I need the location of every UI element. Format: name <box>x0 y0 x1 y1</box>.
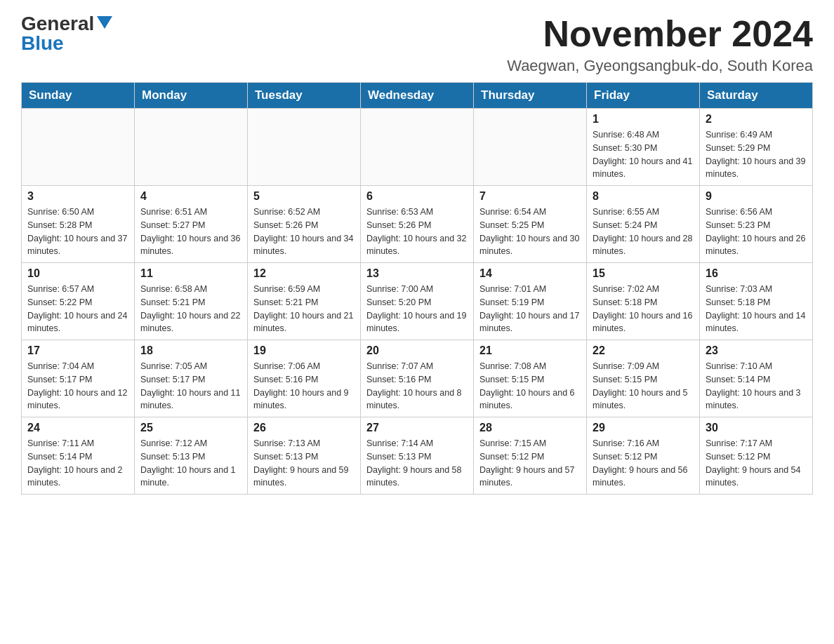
day-info: Sunrise: 7:14 AMSunset: 5:13 PMDaylight:… <box>366 437 468 490</box>
calendar-cell: 3Sunrise: 6:50 AMSunset: 5:28 PMDaylight… <box>22 186 135 263</box>
day-info: Sunrise: 7:17 AMSunset: 5:12 PMDaylight:… <box>706 437 807 490</box>
day-info: Sunrise: 7:15 AMSunset: 5:12 PMDaylight:… <box>479 437 581 490</box>
calendar-cell: 18Sunrise: 7:05 AMSunset: 5:17 PMDayligh… <box>135 340 248 417</box>
day-info: Sunrise: 6:51 AMSunset: 5:27 PMDaylight:… <box>140 206 241 258</box>
day-number: 25 <box>140 422 241 434</box>
month-year-title: November 2024 <box>507 14 813 54</box>
day-number: 6 <box>366 190 468 203</box>
calendar-cell: 28Sunrise: 7:15 AMSunset: 5:12 PMDayligh… <box>474 417 587 495</box>
day-info: Sunrise: 7:16 AMSunset: 5:12 PMDaylight:… <box>593 437 694 490</box>
day-number: 20 <box>366 344 468 357</box>
calendar-cell <box>135 109 248 186</box>
day-number: 17 <box>27 344 128 357</box>
day-number: 3 <box>27 190 128 203</box>
day-info: Sunrise: 6:59 AMSunset: 5:21 PMDaylight:… <box>253 283 355 335</box>
day-number: 19 <box>253 344 355 357</box>
day-info: Sunrise: 7:12 AMSunset: 5:13 PMDaylight:… <box>140 437 241 490</box>
calendar-cell: 12Sunrise: 6:59 AMSunset: 5:21 PMDayligh… <box>248 263 361 340</box>
week-row-4: 17Sunrise: 7:04 AMSunset: 5:17 PMDayligh… <box>22 340 813 417</box>
day-number: 9 <box>706 190 807 203</box>
weekday-header-row: SundayMondayTuesdayWednesdayThursdayFrid… <box>22 83 813 109</box>
calendar-cell: 20Sunrise: 7:07 AMSunset: 5:16 PMDayligh… <box>361 340 474 417</box>
calendar-cell <box>248 109 361 186</box>
day-info: Sunrise: 7:02 AMSunset: 5:18 PMDaylight:… <box>593 283 694 335</box>
day-info: Sunrise: 6:58 AMSunset: 5:21 PMDaylight:… <box>140 283 241 335</box>
logo-general-text: General <box>21 14 94 34</box>
logo-arrow-icon <box>97 16 112 32</box>
day-info: Sunrise: 7:11 AMSunset: 5:14 PMDaylight:… <box>27 437 128 490</box>
svg-marker-0 <box>97 16 112 29</box>
calendar-cell: 4Sunrise: 6:51 AMSunset: 5:27 PMDaylight… <box>135 186 248 263</box>
calendar-cell: 19Sunrise: 7:06 AMSunset: 5:16 PMDayligh… <box>248 340 361 417</box>
day-number: 18 <box>140 344 241 357</box>
day-number: 28 <box>479 422 581 434</box>
weekday-header-monday: Monday <box>135 83 248 109</box>
calendar-cell: 8Sunrise: 6:55 AMSunset: 5:24 PMDaylight… <box>587 186 700 263</box>
day-number: 29 <box>593 422 694 434</box>
calendar-cell: 26Sunrise: 7:13 AMSunset: 5:13 PMDayligh… <box>248 417 361 495</box>
day-number: 22 <box>593 344 694 357</box>
calendar-cell: 24Sunrise: 7:11 AMSunset: 5:14 PMDayligh… <box>22 417 135 495</box>
day-number: 30 <box>706 422 807 434</box>
calendar-cell: 21Sunrise: 7:08 AMSunset: 5:15 PMDayligh… <box>474 340 587 417</box>
day-number: 15 <box>593 267 694 280</box>
day-info: Sunrise: 7:01 AMSunset: 5:19 PMDaylight:… <box>479 283 581 335</box>
day-info: Sunrise: 7:06 AMSunset: 5:16 PMDaylight:… <box>253 360 355 412</box>
calendar-cell <box>361 109 474 186</box>
day-info: Sunrise: 6:54 AMSunset: 5:25 PMDaylight:… <box>479 206 581 258</box>
weekday-header-friday: Friday <box>587 83 700 109</box>
calendar-cell: 2Sunrise: 6:49 AMSunset: 5:29 PMDaylight… <box>700 109 813 186</box>
day-info: Sunrise: 7:03 AMSunset: 5:18 PMDaylight:… <box>706 283 807 335</box>
weekday-header-tuesday: Tuesday <box>248 83 361 109</box>
day-info: Sunrise: 6:50 AMSunset: 5:28 PMDaylight:… <box>27 206 128 258</box>
day-number: 4 <box>140 190 241 203</box>
weekday-header-sunday: Sunday <box>22 83 135 109</box>
calendar-cell: 16Sunrise: 7:03 AMSunset: 5:18 PMDayligh… <box>700 263 813 340</box>
day-number: 23 <box>706 344 807 357</box>
calendar-cell: 13Sunrise: 7:00 AMSunset: 5:20 PMDayligh… <box>361 263 474 340</box>
day-info: Sunrise: 6:49 AMSunset: 5:29 PMDaylight:… <box>706 128 807 181</box>
day-info: Sunrise: 7:07 AMSunset: 5:16 PMDaylight:… <box>366 360 468 412</box>
calendar-cell: 30Sunrise: 7:17 AMSunset: 5:12 PMDayligh… <box>700 417 813 495</box>
calendar-cell: 1Sunrise: 6:48 AMSunset: 5:30 PMDaylight… <box>587 109 700 186</box>
day-info: Sunrise: 7:04 AMSunset: 5:17 PMDaylight:… <box>27 360 128 412</box>
week-row-1: 1Sunrise: 6:48 AMSunset: 5:30 PMDaylight… <box>22 109 813 186</box>
day-number: 11 <box>140 267 241 280</box>
calendar-cell: 23Sunrise: 7:10 AMSunset: 5:14 PMDayligh… <box>700 340 813 417</box>
day-info: Sunrise: 6:48 AMSunset: 5:30 PMDaylight:… <box>593 128 694 181</box>
day-number: 8 <box>593 190 694 203</box>
day-number: 7 <box>479 190 581 203</box>
day-info: Sunrise: 7:00 AMSunset: 5:20 PMDaylight:… <box>366 283 468 335</box>
day-info: Sunrise: 6:52 AMSunset: 5:26 PMDaylight:… <box>253 206 355 258</box>
calendar-cell <box>22 109 135 186</box>
calendar-cell: 15Sunrise: 7:02 AMSunset: 5:18 PMDayligh… <box>587 263 700 340</box>
calendar-cell: 5Sunrise: 6:52 AMSunset: 5:26 PMDaylight… <box>248 186 361 263</box>
day-info: Sunrise: 6:55 AMSunset: 5:24 PMDaylight:… <box>593 206 694 258</box>
day-number: 21 <box>479 344 581 357</box>
day-info: Sunrise: 7:10 AMSunset: 5:14 PMDaylight:… <box>706 360 807 412</box>
day-info: Sunrise: 7:09 AMSunset: 5:15 PMDaylight:… <box>593 360 694 412</box>
day-info: Sunrise: 6:57 AMSunset: 5:22 PMDaylight:… <box>27 283 128 335</box>
day-info: Sunrise: 6:53 AMSunset: 5:26 PMDaylight:… <box>366 206 468 258</box>
header: General Blue November 2024 Waegwan, Gyeo… <box>21 14 813 75</box>
weekday-header-wednesday: Wednesday <box>361 83 474 109</box>
day-number: 2 <box>706 113 807 126</box>
week-row-2: 3Sunrise: 6:50 AMSunset: 5:28 PMDaylight… <box>22 186 813 263</box>
day-number: 5 <box>253 190 355 203</box>
calendar-cell: 6Sunrise: 6:53 AMSunset: 5:26 PMDaylight… <box>361 186 474 263</box>
day-number: 1 <box>593 113 694 126</box>
calendar-cell: 29Sunrise: 7:16 AMSunset: 5:12 PMDayligh… <box>587 417 700 495</box>
day-info: Sunrise: 7:13 AMSunset: 5:13 PMDaylight:… <box>253 437 355 490</box>
calendar-cell: 27Sunrise: 7:14 AMSunset: 5:13 PMDayligh… <box>361 417 474 495</box>
day-info: Sunrise: 7:08 AMSunset: 5:15 PMDaylight:… <box>479 360 581 412</box>
day-number: 27 <box>366 422 468 434</box>
week-row-5: 24Sunrise: 7:11 AMSunset: 5:14 PMDayligh… <box>22 417 813 495</box>
calendar-cell: 14Sunrise: 7:01 AMSunset: 5:19 PMDayligh… <box>474 263 587 340</box>
calendar-cell: 22Sunrise: 7:09 AMSunset: 5:15 PMDayligh… <box>587 340 700 417</box>
calendar-cell: 9Sunrise: 6:56 AMSunset: 5:23 PMDaylight… <box>700 186 813 263</box>
day-info: Sunrise: 7:05 AMSunset: 5:17 PMDaylight:… <box>140 360 241 412</box>
title-area: November 2024 Waegwan, Gyeongsangbuk-do,… <box>507 14 813 75</box>
day-number: 26 <box>253 422 355 434</box>
calendar-cell: 25Sunrise: 7:12 AMSunset: 5:13 PMDayligh… <box>135 417 248 495</box>
week-row-3: 10Sunrise: 6:57 AMSunset: 5:22 PMDayligh… <box>22 263 813 340</box>
